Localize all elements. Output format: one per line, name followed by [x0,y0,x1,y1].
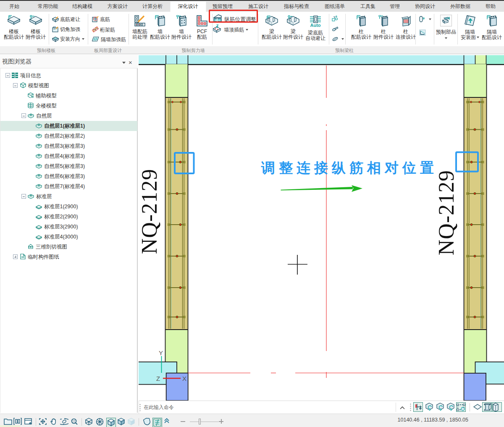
svg-text:X: X [182,375,186,382]
svg-text:Z: Z [156,375,160,382]
svg-text:Y: Y [159,349,163,356]
